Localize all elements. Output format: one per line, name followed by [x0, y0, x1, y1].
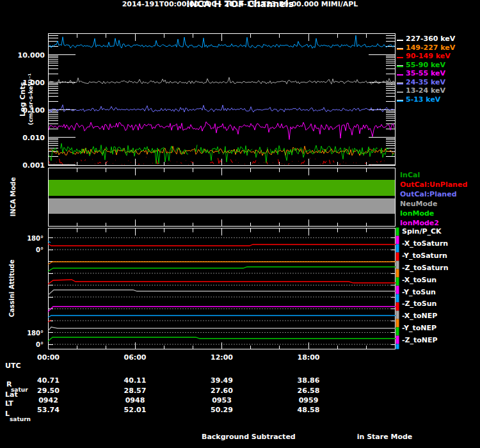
attitude-legend-strip — [396, 244, 399, 253]
legend-label-channel: 227-360 keV — [406, 35, 455, 43]
xtick-label: 06:00 — [116, 353, 154, 362]
attitude-legend-strip — [396, 328, 399, 336]
attitude-line-8 — [48, 316, 396, 317]
attitude-legend-strip — [396, 336, 399, 344]
table-cell: 26.58 — [288, 387, 329, 395]
time-range-subtitle: 2014-191T00:00:00.000 - 2014-191T23:59:0… — [0, 0, 480, 8]
ytick-label: 10.000 — [15, 51, 45, 60]
legend-label-channel: 55-90 keV — [406, 61, 445, 69]
mode-bar-0 — [49, 180, 395, 196]
legend-label-mode: NeuMode — [400, 200, 437, 208]
legend-label-attitude: -Z_toSun — [402, 300, 436, 308]
attitude-legend-strip — [396, 228, 399, 236]
table-row-label-subscript: saturn — [10, 415, 31, 424]
series-line-24-35keV — [49, 105, 394, 113]
attitude-legend-strip — [396, 303, 399, 311]
ytick-label: 0.001 — [15, 161, 45, 170]
legend-label-attitude: -Y_toNEP — [402, 324, 436, 332]
legend-label-attitude: -Z_toSaturn — [402, 264, 449, 272]
table-cell: 52.01 — [115, 406, 156, 414]
legend-label-mode: InCal — [400, 171, 420, 179]
xtick-label: 00:00 — [29, 353, 68, 362]
attitude-legend-strip — [396, 294, 399, 303]
tof-panel-frame — [49, 34, 396, 166]
table-cell: 0959 — [288, 396, 329, 404]
mode-panel-frame — [49, 168, 396, 227]
legend-label-channel: 149-227 keV — [406, 44, 455, 52]
table-cell: 29.50 — [28, 387, 69, 395]
inca-tof-plot-window: INCA H TOF Channels 2014-191T00:00:00.00… — [0, 0, 480, 448]
legend-label-channel: 35-55 keV — [406, 69, 445, 77]
legend-label-channel: 90-149 keV — [406, 52, 451, 60]
attitude-ytick-label: 0° — [18, 340, 44, 349]
legend-label-attitude: -Z_toNEP — [402, 336, 438, 344]
table-cell: 28.57 — [115, 387, 156, 395]
table-cell: 0948 — [115, 396, 156, 404]
attitude-legend-strip — [396, 319, 399, 328]
table-row-label: LT — [5, 399, 13, 408]
ytick-label: 1.000 — [15, 79, 45, 87]
table-cell: 27.60 — [202, 387, 243, 395]
table-row-label: Lat — [5, 390, 18, 399]
ytick-label: 0.100 — [15, 106, 45, 115]
attitude-line-1 — [48, 244, 396, 246]
series-line-13-24keV — [49, 77, 394, 84]
footer-stare-mode: in Stare Mode — [346, 433, 423, 441]
legend-label-mode: IonMode — [400, 209, 434, 218]
attitude-legend-strip — [396, 344, 399, 349]
table-row-label: L — [5, 410, 10, 418]
table-cell: 0942 — [28, 396, 69, 404]
footer-background-subtracted: Background Subtracted — [202, 433, 278, 441]
legend-label-attitude: -X_toSaturn — [402, 239, 448, 248]
legend-label-attitude: Spin/P_CK — [402, 227, 442, 236]
cassini-attitude-axis-label: Cassini Attitude — [8, 244, 16, 333]
table-cell: 0953 — [202, 396, 243, 404]
series-line-90-149keV — [49, 157, 385, 165]
attitude-legend-strip — [396, 311, 399, 319]
attitude-legend-strip — [396, 286, 399, 294]
table-cell: 48.58 — [288, 406, 329, 414]
table-cell: 38.86 — [288, 376, 329, 385]
table-cell: 39.49 — [202, 376, 243, 385]
attitude-ytick-label: 180° — [18, 234, 44, 243]
inca-mode-axis-label: INCA Mode — [9, 165, 17, 229]
table-cell: 50.29 — [202, 406, 243, 414]
legend-label-attitude: -X_toSun — [402, 276, 436, 284]
xtick-label: 18:00 — [289, 353, 328, 362]
attitude-legend-strip — [396, 236, 399, 244]
legend-label-attitude: -Y_toSaturn — [402, 252, 447, 260]
attitude-line-10 — [48, 337, 396, 341]
attitude-line-3 — [48, 267, 396, 271]
table-cell: 40.11 — [115, 376, 156, 385]
legend-label-attitude: -X_toNEP — [402, 312, 437, 320]
attitude-ytick-label: 180° — [18, 329, 44, 337]
attitude-panel-frame — [49, 228, 396, 349]
attitude-ytick-label: 0° — [18, 246, 44, 254]
legend-label-mode: OutCal:UnPlaned — [400, 180, 467, 189]
legend-label-mode: OutCal:Planed — [400, 190, 457, 198]
legend-label-channel: 24-35 keV — [406, 78, 445, 86]
series-line-35-55keV — [49, 122, 394, 140]
attitude-legend-strip — [396, 253, 399, 261]
xtick-label: 12:00 — [203, 353, 241, 362]
attitude-line-9 — [48, 327, 396, 331]
attitude-legend-strip — [396, 269, 399, 278]
attitude-legend-strip — [396, 278, 399, 286]
table-cell: 40.71 — [28, 376, 69, 385]
attitude-line-2 — [48, 262, 396, 264]
utc-row-label: UTC — [5, 362, 21, 370]
attitude-line-5 — [48, 290, 396, 295]
table-cell: 53.74 — [28, 406, 69, 414]
attitude-legend-strip — [396, 261, 399, 269]
legend-label-channel: 5-13 keV — [406, 95, 440, 104]
legend-label-mode: IonMode2 — [400, 219, 439, 227]
attitude-line-4 — [48, 280, 396, 284]
ytick-label: 0.010 — [15, 134, 45, 142]
mode-bar-1 — [49, 198, 395, 214]
legend-label-channel: 13-24 keV — [406, 86, 445, 95]
legend-label-attitude: -Y_toSun — [402, 288, 436, 296]
